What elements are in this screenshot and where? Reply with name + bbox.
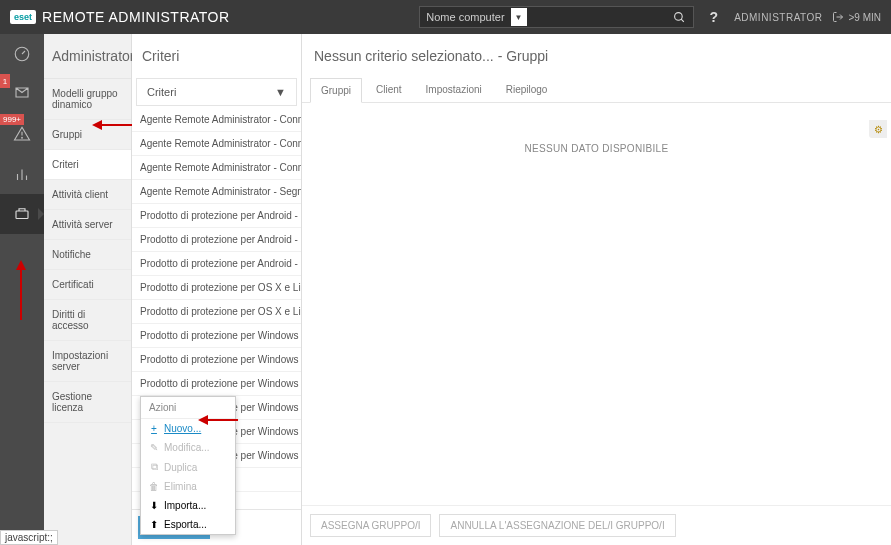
rail-computers[interactable]: 1 [0,74,44,114]
list-item[interactable]: Agente Remote Administrator - Connession… [132,132,301,156]
list-item[interactable]: Agente Remote Administrator - Segnalazio… [132,180,301,204]
tab-impostazioni[interactable]: Impostazioni [416,78,492,102]
search-input[interactable] [527,8,667,26]
svg-rect-9 [16,211,28,219]
rail-badge-1: 1 [0,74,10,88]
sidebar-item-impostazioni[interactable]: Impostazioni server [44,341,131,382]
sidebar: Administrator Modelli gruppo dinamico Gr… [44,34,132,545]
topbar-right: Nome computer ▼ ? ADMINISTRATOR >9 MIN [419,6,891,28]
context-elimina-label: Elimina [164,481,197,492]
tab-row: Gruppi Client Impostazioni Riepilogo [302,78,891,103]
svg-marker-11 [16,260,26,270]
sidebar-item-diritti[interactable]: Diritti di accesso [44,300,131,341]
sidebar-item-criteri[interactable]: Criteri [44,150,131,180]
list-item[interactable]: Prodotto di protezione per OS X e Linux … [132,300,301,324]
tab-client[interactable]: Client [366,78,412,102]
rail-admin[interactable] [0,194,44,234]
context-importa[interactable]: ⬇ Importa... [141,496,235,515]
rail-threats[interactable]: 999+ [0,114,44,154]
context-elimina: 🗑 Elimina [141,477,235,496]
user-label: ADMINISTRATOR [734,12,822,23]
list-item[interactable]: Prodotto di protezione per OS X e Linux … [132,276,301,300]
trash-icon: 🗑 [149,481,159,492]
sidebar-item-notifiche[interactable]: Notifiche [44,240,131,270]
context-importa-label: Importa... [164,500,206,511]
annotation-arrow-nuovo [198,413,238,427]
search-type-label: Nome computer [420,8,510,26]
context-duplica-label: Duplica [164,462,197,473]
app-title: REMOTE ADMINISTRATOR [42,9,230,25]
export-icon: ⬆ [149,519,159,530]
sidebar-title: Administrator [44,34,131,79]
list-item[interactable]: Prodotto di protezione per Windows - Con… [132,372,301,396]
help-icon[interactable]: ? [704,9,725,25]
status-bar-link: javascript:; [0,530,58,545]
svg-marker-15 [198,415,208,425]
main-panel: Nessun criterio selezionato... - Gruppi … [302,34,891,545]
brand-badge: eset [10,10,36,24]
context-duplica: ⧉ Duplica [141,457,235,477]
criteria-filter-label: Criteri [147,86,176,98]
unassign-group-button[interactable]: ANNULLA L'ASSEGNAZIONE DEL/I GRUPPO/I [439,514,675,537]
context-esporta-label: Esporta... [164,519,207,530]
sidebar-item-attivita-client[interactable]: Attività client [44,180,131,210]
svg-point-0 [675,12,683,20]
list-item[interactable]: Agente Remote Administrator - Connession… [132,156,301,180]
pencil-icon: ✎ [149,442,159,453]
list-item[interactable]: Prodotto di protezione per Android - Gen… [132,204,301,228]
list-item[interactable]: Agente Remote Administrator - Connession… [132,108,301,132]
logout-button[interactable]: >9 MIN [832,11,881,23]
context-modifica: ✎ Modifica... [141,438,235,457]
tab-gruppi[interactable]: Gruppi [310,78,362,103]
list-item[interactable]: Prodotto di protezione per Windows - Ant… [132,324,301,348]
plus-icon: + [149,423,159,434]
search-box: Nome computer ▼ [419,6,693,28]
top-bar: eset REMOTE ADMINISTRATOR Nome computer … [0,0,891,34]
context-nuovo-label: Nuovo... [164,423,201,434]
list-item[interactable]: Prodotto di protezione per Android - Gen… [132,228,301,252]
sidebar-item-modelli[interactable]: Modelli gruppo dinamico [44,79,131,120]
sidebar-item-certificati[interactable]: Certificati [44,270,131,300]
context-esporta[interactable]: ⬆ Esporta... [141,515,235,534]
rail-reports[interactable] [0,154,44,194]
list-item[interactable]: Prodotto di protezione per Android - Gen… [132,252,301,276]
svg-point-5 [22,137,23,138]
svg-marker-13 [92,120,102,130]
sidebar-item-licenza[interactable]: Gestione licenza [44,382,131,423]
criteria-title: Criteri [132,34,301,78]
logout-time: >9 MIN [848,12,881,23]
list-item[interactable]: Prodotto di protezione per Windows - Ant… [132,348,301,372]
main-title: Nessun criterio selezionato... - Gruppi [302,34,891,78]
content-body: NESSUN DATO DISPONIBILE [302,103,891,505]
import-icon: ⬇ [149,500,159,511]
assign-group-button[interactable]: ASSEGNA GRUPPO/I [310,514,431,537]
sidebar-item-attivita-server[interactable]: Attività server [44,210,131,240]
chevron-down-icon: ▼ [275,86,286,98]
annotation-arrow-rail [14,260,28,320]
search-type-dropdown[interactable]: ▼ [511,8,527,26]
rail-dashboard[interactable] [0,34,44,74]
criteria-filter-dropdown[interactable]: Criteri ▼ [136,78,297,106]
context-modifica-label: Modifica... [164,442,210,453]
search-icon[interactable] [667,7,693,27]
info-icon[interactable]: ⚙ [869,120,887,138]
rail-badge-999: 999+ [0,114,24,125]
empty-state-text: NESSUN DATO DISPONIBILE [525,143,669,154]
copy-icon: ⧉ [149,461,159,473]
svg-line-1 [681,19,684,22]
tab-riepilogo[interactable]: Riepilogo [496,78,558,102]
main-footer: ASSEGNA GRUPPO/I ANNULLA L'ASSEGNAZIONE … [302,505,891,545]
annotation-arrow-criteri [92,118,132,132]
